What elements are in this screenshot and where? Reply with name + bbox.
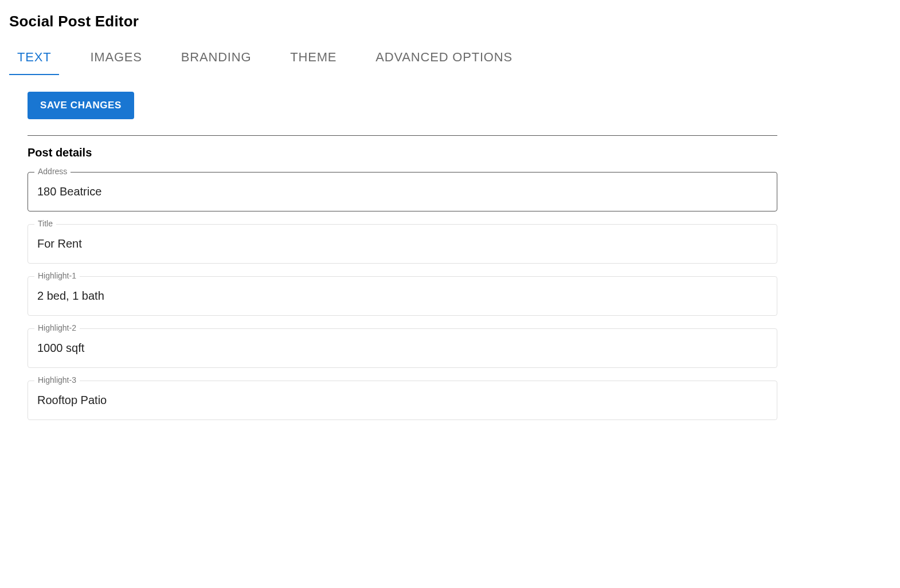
tab-theme[interactable]: THEME <box>282 44 345 75</box>
field-title: Title <box>28 224 777 264</box>
tab-content: SAVE CHANGES Post details Address Title … <box>9 92 777 420</box>
field-label-highlight-3: Highlight-3 <box>34 375 80 385</box>
field-highlight-2: Highlight-2 <box>28 328 777 368</box>
page-title: Social Post Editor <box>9 13 891 30</box>
field-label-highlight-2: Highlight-2 <box>34 323 80 332</box>
section-title-post-details: Post details <box>28 146 777 159</box>
save-button[interactable]: SAVE CHANGES <box>28 92 134 119</box>
field-highlight-1: Highlight-1 <box>28 276 777 316</box>
tabs-bar: TEXT IMAGES BRANDING THEME ADVANCED OPTI… <box>9 44 891 76</box>
field-label-title: Title <box>34 219 56 228</box>
highlight-2-input[interactable] <box>28 328 777 368</box>
field-highlight-3: Highlight-3 <box>28 381 777 420</box>
tab-text[interactable]: TEXT <box>9 44 59 75</box>
divider <box>28 135 777 136</box>
highlight-3-input[interactable] <box>28 381 777 420</box>
field-label-highlight-1: Highlight-1 <box>34 271 80 280</box>
field-address: Address <box>28 172 777 211</box>
highlight-1-input[interactable] <box>28 276 777 316</box>
field-label-address: Address <box>34 167 71 176</box>
title-input[interactable] <box>28 224 777 264</box>
address-input[interactable] <box>28 172 777 211</box>
tab-advanced-options[interactable]: ADVANCED OPTIONS <box>367 44 521 75</box>
tab-images[interactable]: IMAGES <box>82 44 150 75</box>
tab-branding[interactable]: BRANDING <box>173 44 260 75</box>
